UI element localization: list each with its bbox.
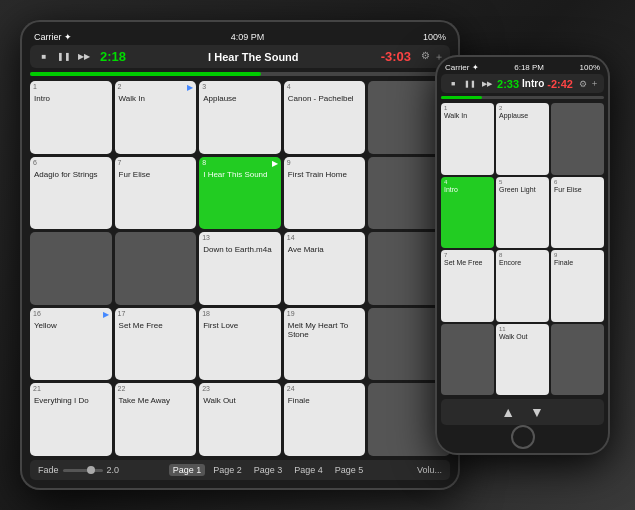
cell-label-18: First Love [203,321,238,331]
cell-label-1: Intro [34,94,50,104]
tablet-cell-14[interactable]: 14Ave Maria [284,232,366,305]
phone-status-bar: Carrier ✦ 6:18 PM 100% [441,63,604,74]
phone-cell-7[interactable]: 7Set Me Free [441,250,494,322]
cell-number-23: 23 [202,385,210,392]
tablet-cell-21[interactable]: 21Everything I Do [30,383,112,456]
cell-number-24: 24 [287,385,295,392]
phone-cell-6[interactable]: 6Fur Elise [551,177,604,249]
phone: Carrier ✦ 6:18 PM 100% ■ ❚❚ ▶▶ 2:33 Intr… [435,55,610,455]
transport-remaining: -3:03 [381,49,411,64]
phone-cell-label-2: Applause [499,112,528,120]
cell-label-6: Adagio for Strings [34,170,98,180]
tablet-cell-8[interactable]: 8I Hear This Sound▶ [199,157,281,230]
cell-label-8: I Hear This Sound [203,170,267,180]
phone-cell-label-1: Walk In [444,112,467,120]
cell-label-22: Take Me Away [119,396,170,406]
cell-arrow-2: ▶ [187,83,193,93]
phone-transport-remaining: -2:42 [547,78,573,90]
phone-cell-2[interactable]: 2Applause [496,103,549,175]
phone-cell-label-6: Fur Elise [554,186,582,194]
tablet-cell-22[interactable]: 22Take Me Away [115,383,197,456]
phone-forward-button[interactable]: ▶▶ [480,78,494,90]
phone-pause-button[interactable]: ❚❚ [463,78,477,90]
forward-button[interactable]: ▶▶ [76,51,92,63]
pause-button[interactable]: ❚❚ [56,51,72,63]
phone-settings-icon[interactable]: ⚙ [579,79,587,89]
phone-cell-8[interactable]: 8Encore [496,250,549,322]
phone-cell-5[interactable]: 5Green Light [496,177,549,249]
page-tab-5[interactable]: Page 5 [331,464,368,476]
phone-transport-bar: ■ ❚❚ ▶▶ 2:33 Intro -2:42 ⚙ ＋ [441,74,604,93]
phone-progress-fill [441,96,482,99]
phone-cell-number-7: 7 [444,252,447,258]
phone-cell-number-4: 4 [444,179,447,185]
tablet-bottom-bar: Fade 2.0 Page 1Page 2Page 3Page 4Page 5 … [30,460,450,480]
phone-carrier: Carrier ✦ [445,63,479,72]
tablet-progress-bar[interactable] [30,72,450,76]
tablet-cell-23[interactable]: 23Walk Out [199,383,281,456]
cell-arrow-8: ▶ [272,159,278,169]
phone-progress-bar[interactable] [441,96,604,99]
tablet-battery: 100% [423,32,446,42]
phone-cell-1[interactable]: 1Walk In [441,103,494,175]
phone-home-button[interactable] [511,425,535,449]
cell-number-21: 21 [33,385,41,392]
stop-button[interactable]: ■ [36,51,52,63]
phone-battery: 100% [580,63,600,72]
tablet-cell-19[interactable]: 19Melt My Heart To Stone [284,308,366,381]
tablet: Carrier ✦ 4:09 PM 100% ■ ❚❚ ▶▶ 2:18 I He… [20,20,460,490]
tablet-cell-24[interactable]: 24Finale [284,383,366,456]
fade-slider-track[interactable] [63,469,103,472]
phone-cell-4[interactable]: 4Intro [441,177,494,249]
tablet-cell-6[interactable]: 6Adagio for Strings [30,157,112,230]
tablet-cell-13[interactable]: 13Down to Earth.m4a [199,232,281,305]
tablet-cell-9[interactable]: 9First Train Home [284,157,366,230]
cell-label-14: Ave Maria [288,245,324,255]
phone-cell-9[interactable]: 9Finale [551,250,604,322]
phone-cell-3[interactable] [551,103,604,175]
prev-page-button[interactable]: ▲ [501,404,515,420]
cell-label-24: Finale [288,396,310,406]
settings-icon[interactable]: ⚙ [421,50,430,64]
tablet-cell-17[interactable]: 17Set Me Free [115,308,197,381]
cell-number-1: 1 [33,83,37,90]
cell-number-17: 17 [118,310,126,317]
phone-stop-button[interactable]: ■ [446,78,460,90]
cell-number-6: 6 [33,159,37,166]
tablet-cell-1[interactable]: 1Intro [30,81,112,154]
tablet-cell-2[interactable]: 2Walk In▶ [115,81,197,154]
page-tab-1[interactable]: Page 1 [169,464,206,476]
cell-label-9: First Train Home [288,170,347,180]
tablet-cell-4[interactable]: 4Canon - Pachelbel [284,81,366,154]
tablet-time: 4:09 PM [231,32,265,42]
phone-cell-12[interactable] [551,324,604,396]
phone-cell-10[interactable] [441,324,494,396]
phone-grid: 1Walk In2Applause4Intro5Green Light6Fur … [441,103,604,395]
phone-time: 6:18 PM [514,63,544,72]
fade-label: Fade [38,465,59,475]
tablet-carrier: Carrier ✦ [34,32,72,42]
fade-value: 2.0 [107,465,120,475]
tablet-cell-18[interactable]: 18First Love [199,308,281,381]
tablet-cell-12[interactable] [115,232,197,305]
phone-cell-number-8: 8 [499,252,502,258]
tablet-cell-11[interactable] [30,232,112,305]
tablet-grid: 1Intro2Walk In▶3Applause4Canon - Pachelb… [30,81,450,456]
next-page-button[interactable]: ▼ [530,404,544,420]
page-tab-4[interactable]: Page 4 [290,464,327,476]
phone-cell-label-4: Intro [444,186,458,194]
volume-label: Volu... [417,465,442,475]
page-tab-2[interactable]: Page 2 [209,464,246,476]
cell-number-9: 9 [287,159,291,166]
tablet-cell-16[interactable]: 16Yellow▶ [30,308,112,381]
fade-control[interactable]: Fade 2.0 [38,465,119,475]
page-tab-3[interactable]: Page 3 [250,464,287,476]
cell-label-23: Walk Out [203,396,236,406]
tablet-status-bar: Carrier ✦ 4:09 PM 100% [30,32,450,45]
phone-add-icon[interactable]: ＋ [590,77,599,90]
phone-cell-11[interactable]: 11Walk Out [496,324,549,396]
tablet-transport-bar: ■ ❚❚ ▶▶ 2:18 I Hear The Sound -3:03 ⚙ ＋ [30,45,450,68]
cell-number-3: 3 [202,83,206,90]
tablet-cell-3[interactable]: 3Applause [199,81,281,154]
tablet-cell-7[interactable]: 7Fur Elise [115,157,197,230]
